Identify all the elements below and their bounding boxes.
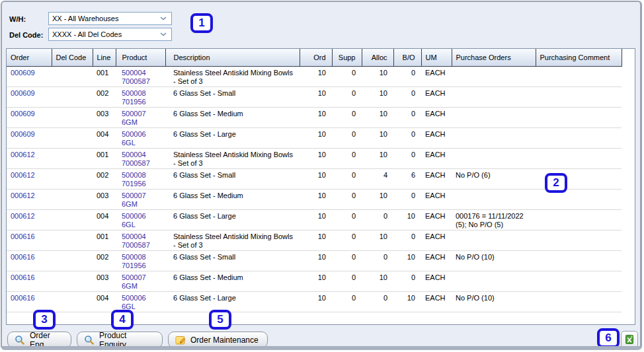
cell-alloc: 0 bbox=[362, 292, 393, 312]
cell-product[interactable]: 5000047000587 bbox=[116, 230, 165, 251]
cell-um: EACH bbox=[421, 67, 452, 87]
order-maintenance-button[interactable]: Order Maintenance bbox=[168, 332, 268, 348]
table-row: 0006120045000066GL6 Glass Set - Large100… bbox=[7, 210, 635, 230]
cell-description: Stainless Steel Antiskid Mixing Bowls - … bbox=[165, 230, 300, 251]
cell-del_code bbox=[52, 169, 93, 190]
cell-product[interactable]: 5000076GM bbox=[116, 108, 165, 128]
cell-comment bbox=[536, 128, 622, 149]
cell-del_code bbox=[52, 67, 93, 87]
cell-description: Stainless Steel Antiskid Mixing Bowls - … bbox=[165, 149, 300, 169]
cell-product[interactable]: 500008701956 bbox=[116, 169, 165, 190]
cell-alloc: 4 bbox=[362, 169, 393, 190]
cell-order[interactable]: 000609 bbox=[7, 128, 52, 149]
cell-product[interactable]: 5000066GL bbox=[116, 128, 165, 149]
cell-ord: 10 bbox=[300, 271, 332, 292]
del-code-select-value: XXXX - All Del Codes bbox=[52, 30, 122, 38]
cell-comment bbox=[536, 87, 622, 108]
cell-bo: 0 bbox=[393, 87, 421, 108]
column-header-del_code[interactable]: Del Code bbox=[52, 49, 93, 67]
cell-product[interactable]: 5000076GM bbox=[116, 190, 165, 210]
cell-filler bbox=[622, 230, 635, 251]
cell-order[interactable]: 000609 bbox=[7, 67, 52, 87]
cell-product[interactable]: 5000076GM bbox=[116, 271, 165, 292]
cell-order[interactable]: 000612 bbox=[7, 169, 52, 190]
cell-product[interactable]: 500008701956 bbox=[116, 87, 165, 108]
cell-filler bbox=[622, 108, 635, 128]
cell-order[interactable]: 000609 bbox=[7, 108, 52, 128]
cell-bo: 0 bbox=[393, 149, 421, 169]
cell-filler bbox=[622, 87, 635, 108]
cell-comment bbox=[536, 271, 622, 292]
cell-po: No P/O (6) bbox=[452, 169, 536, 190]
cell-po: No P/O (10) bbox=[452, 292, 536, 312]
warehouse-select[interactable]: XX - All Warehouses bbox=[48, 12, 172, 25]
cell-filler bbox=[622, 271, 635, 292]
column-header-product[interactable]: Product bbox=[116, 49, 165, 67]
column-header-po[interactable]: Purchase Orders bbox=[452, 49, 536, 67]
column-header-supp[interactable]: Supp bbox=[332, 49, 362, 67]
order-enq-button[interactable]: Order Enq bbox=[7, 332, 71, 348]
cell-filler bbox=[622, 67, 635, 87]
cell-supp: 0 bbox=[332, 210, 362, 230]
excel-export-button[interactable] bbox=[621, 331, 638, 348]
cell-comment bbox=[536, 292, 622, 312]
cell-order[interactable]: 000612 bbox=[7, 210, 52, 230]
cell-supp: 0 bbox=[332, 251, 362, 271]
product-enquiry-button[interactable]: Product Enquiry bbox=[77, 332, 163, 348]
cell-ord: 10 bbox=[300, 230, 332, 251]
cell-um: EACH bbox=[421, 169, 452, 190]
cell-product[interactable]: 5000066GL bbox=[116, 292, 165, 312]
cell-product[interactable]: 500008701956 bbox=[116, 251, 165, 271]
cell-bo: 10 bbox=[393, 292, 421, 312]
cell-alloc: 10 bbox=[362, 87, 393, 108]
cell-ord: 10 bbox=[300, 210, 332, 230]
cell-ord: 10 bbox=[300, 169, 332, 190]
cell-ord: 10 bbox=[300, 108, 332, 128]
order-enq-button-label: Order Enq bbox=[30, 331, 64, 349]
cell-order[interactable]: 000616 bbox=[7, 271, 52, 292]
cell-line: 001 bbox=[93, 230, 116, 251]
cell-line: 003 bbox=[93, 271, 116, 292]
cell-comment bbox=[536, 230, 622, 251]
cell-po: No P/O (10) bbox=[452, 251, 536, 271]
column-header-bo[interactable]: B/O bbox=[393, 49, 421, 67]
column-header-description[interactable]: Description bbox=[165, 49, 300, 67]
cell-line: 002 bbox=[93, 169, 116, 190]
cell-del_code bbox=[52, 251, 93, 271]
cell-line: 002 bbox=[93, 87, 116, 108]
cell-order[interactable]: 000612 bbox=[7, 190, 52, 210]
cell-product[interactable]: 5000047000587 bbox=[116, 67, 165, 87]
cell-supp: 0 bbox=[332, 292, 362, 312]
column-header-alloc[interactable]: Alloc bbox=[362, 49, 393, 67]
table-header-row: OrderDel CodeLineProductDescriptionOrdSu… bbox=[7, 49, 635, 67]
cell-comment bbox=[536, 210, 622, 230]
table-row: 0006160025000087019566 Glass Set - Small… bbox=[7, 251, 635, 271]
cell-order[interactable]: 000609 bbox=[7, 87, 52, 108]
column-header-ord[interactable]: Ord bbox=[300, 49, 332, 67]
cell-order[interactable]: 000616 bbox=[7, 251, 52, 271]
column-header-comment[interactable]: Purchasing Comment bbox=[536, 49, 622, 67]
column-header-line[interactable]: Line bbox=[93, 49, 116, 67]
cell-product[interactable]: 5000047000587 bbox=[116, 149, 165, 169]
column-header-um[interactable]: UM bbox=[421, 49, 452, 67]
column-header-order[interactable]: Order bbox=[7, 49, 52, 67]
product-enquiry-button-label: Product Enquiry bbox=[99, 331, 155, 349]
cell-po: 000176 = 11/11/2022 (5); No P/O (5) bbox=[452, 210, 536, 230]
order-enquiry-window: W/H: XX - All Warehouses Del Code: XXXX … bbox=[1, 1, 642, 350]
cell-line: 001 bbox=[93, 149, 116, 169]
cell-line: 003 bbox=[93, 190, 116, 210]
cell-del_code bbox=[52, 87, 93, 108]
cell-supp: 0 bbox=[332, 230, 362, 251]
cell-order[interactable]: 000612 bbox=[7, 149, 52, 169]
cell-description: Stainless Steel Antiskid Mixing Bowls - … bbox=[165, 67, 300, 87]
cell-um: EACH bbox=[421, 230, 452, 251]
cell-bo: 0 bbox=[393, 230, 421, 251]
cell-order[interactable]: 000616 bbox=[7, 292, 52, 312]
cell-ord: 10 bbox=[300, 292, 332, 312]
cell-product[interactable]: 5000066GL bbox=[116, 210, 165, 230]
cell-order[interactable]: 000616 bbox=[7, 230, 52, 251]
cell-description: 6 Glass Set - Small bbox=[165, 87, 300, 108]
cell-del_code bbox=[52, 149, 93, 169]
cell-bo: 10 bbox=[393, 210, 421, 230]
del-code-select[interactable]: XXXX - All Del Codes bbox=[48, 28, 172, 41]
